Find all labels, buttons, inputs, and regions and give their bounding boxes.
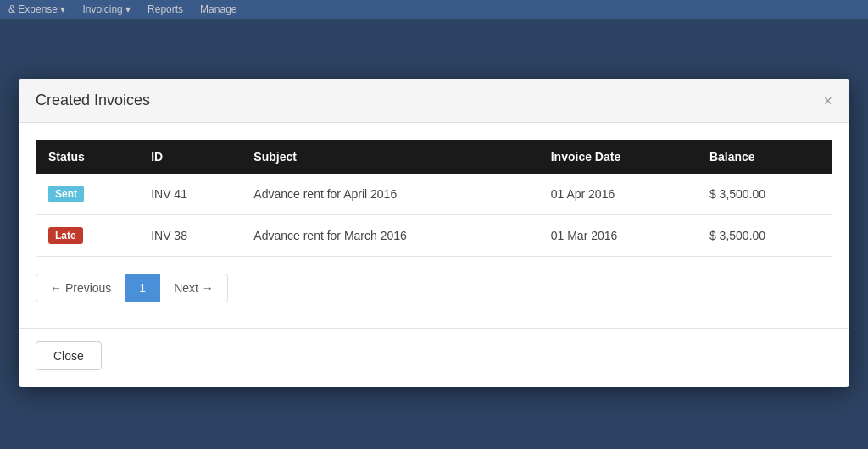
col-header-id: ID <box>138 140 241 174</box>
nav-invoicing[interactable]: Invoicing ▾ <box>82 3 131 15</box>
col-header-invoice-date: Invoice Date <box>538 140 697 174</box>
nav-manage[interactable]: Manage <box>200 3 236 15</box>
nav-expense[interactable]: & Expense ▾ <box>8 3 65 15</box>
modal-header: Created Invoices × <box>19 79 849 123</box>
close-footer-button[interactable]: Close <box>36 341 102 370</box>
next-button[interactable]: Next → <box>159 274 228 302</box>
created-invoices-modal: Created Invoices × Status ID Subject Inv… <box>19 79 849 387</box>
modal-title: Created Invoices <box>36 91 150 109</box>
previous-button[interactable]: ← Previous <box>36 274 125 302</box>
table-header-row: Status ID Subject Invoice Date Balance <box>36 140 832 174</box>
col-header-status: Status <box>36 140 138 174</box>
cell-status-0: Sent <box>36 174 138 215</box>
modal-close-button[interactable]: × <box>823 93 832 108</box>
col-header-subject: Subject <box>241 140 537 174</box>
cell-balance-0: $ 3,500.00 <box>697 174 832 215</box>
pagination: ← Previous 1 Next → <box>36 274 832 302</box>
page-1-button[interactable]: 1 <box>125 274 160 302</box>
cell-date-1: 01 Mar 2016 <box>538 215 697 257</box>
cell-id-1: INV 38 <box>138 215 241 257</box>
nav-bar: & Expense ▾ Invoicing ▾ Reports Manage <box>0 0 868 19</box>
cell-subject-0: Advance rent for April 2016 <box>241 174 537 215</box>
status-badge-1: Late <box>48 227 83 244</box>
modal-body: Status ID Subject Invoice Date Balance S… <box>19 123 849 319</box>
modal-footer: Close <box>19 328 849 387</box>
cell-subject-1: Advance rent for March 2016 <box>241 215 537 257</box>
table-row[interactable]: Late INV 38 Advance rent for March 2016 … <box>36 215 832 257</box>
cell-balance-1: $ 3,500.00 <box>697 215 832 257</box>
status-badge-0: Sent <box>48 186 84 202</box>
table-row[interactable]: Sent INV 41 Advance rent for April 2016 … <box>36 174 832 215</box>
cell-date-0: 01 Apr 2016 <box>538 174 697 215</box>
cell-status-1: Late <box>36 215 138 257</box>
cell-id-0: INV 41 <box>138 174 241 215</box>
nav-reports[interactable]: Reports <box>147 3 183 15</box>
col-header-balance: Balance <box>697 140 832 174</box>
invoices-table: Status ID Subject Invoice Date Balance S… <box>36 140 832 257</box>
